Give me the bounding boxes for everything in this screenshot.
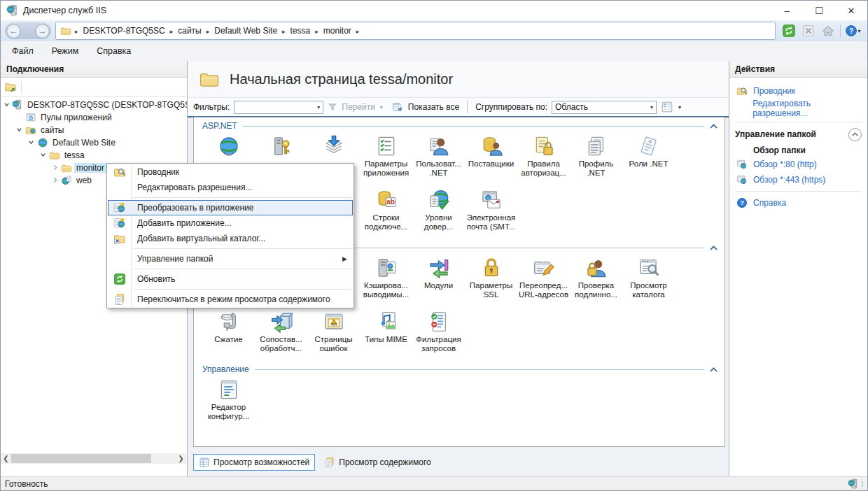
resize-grip[interactable] — [862, 482, 863, 486]
folder-icon — [60, 25, 71, 36]
menu-Файл[interactable]: Файл — [12, 46, 34, 56]
action-link[interactable]: Редактировать разрешения... — [735, 99, 862, 118]
feature-item[interactable]: Уровни довер... — [412, 189, 465, 232]
breadcrumb[interactable]: ▸DESKTOP-8TGQ5SC▸сайты▸Default Web Site▸… — [55, 22, 776, 40]
context-menu-item[interactable]: Добавить приложение... — [108, 215, 353, 231]
action-link[interactable]: ?Справка — [735, 195, 862, 211]
feature-item[interactable]: Проверка подлинно... — [570, 257, 622, 299]
feature-item[interactable]: Просмотр каталога — [622, 257, 675, 299]
feature-item-label: Типы MIME — [365, 335, 407, 344]
collapse-group-icon[interactable] — [848, 128, 862, 141]
feature-item[interactable]: Пользоват... .NET — [412, 135, 465, 178]
action-link[interactable]: Проводник — [735, 83, 862, 99]
connections-toolbar — [1, 78, 187, 97]
feature-item[interactable]: Фильтрация запросов — [412, 311, 465, 353]
browse-icon — [736, 174, 748, 185]
collapse-icon[interactable] — [39, 150, 47, 160]
section-title: Управление — [202, 364, 249, 374]
tab-content-view[interactable]: Просмотр содержимого — [319, 455, 435, 470]
tree-item[interactable]: DESKTOP-8TGQ5SC (DESKTOP-8TGQ5SC\v — [1, 99, 187, 111]
tree-item[interactable]: Default Web Site — [1, 136, 187, 149]
breadcrumb-item[interactable]: Default Web Site — [214, 26, 277, 36]
expand-icon[interactable] — [51, 176, 59, 185]
tree-horizontal-scrollbar[interactable]: ❮ ❯ — [1, 453, 186, 464]
breadcrumb-item[interactable]: сайты — [178, 26, 202, 36]
show-all-button[interactable]: Показать все — [408, 102, 459, 112]
collapse-section-icon[interactable] — [710, 124, 718, 129]
feature-item[interactable]: Сжатие — [202, 311, 255, 353]
context-menu-item[interactable]: Добавить виртуальный каталог... — [108, 231, 353, 246]
status-text: Готовность — [5, 479, 48, 489]
feature-item[interactable]: Редактор конфигур... — [202, 378, 255, 421]
help-button[interactable]: ?▾ — [845, 24, 860, 38]
minimize-button[interactable]: – — [771, 1, 803, 20]
feature-item[interactable]: 404Страницы ошибок — [307, 311, 360, 353]
iis-logo-icon — [6, 4, 19, 17]
go-button[interactable]: Перейти — [342, 102, 375, 112]
context-menu-item[interactable]: Управление папкой▶ — [108, 251, 353, 266]
close-button[interactable]: ✕ — [835, 1, 867, 20]
collapse-section-icon[interactable] — [710, 367, 718, 372]
feature-item[interactable]: Модули — [412, 257, 465, 299]
feature-item[interactable]: Сопостав... обработч... — [255, 311, 307, 353]
tree-item[interactable]: tessa — [1, 149, 187, 162]
svg-text:?: ? — [848, 27, 853, 35]
scrollbar-thumb[interactable] — [11, 454, 151, 463]
tree-item[interactable]: сайты — [1, 124, 187, 136]
features-view-icon — [199, 457, 210, 468]
action-link[interactable]: Обзор *:443 (https) — [735, 172, 862, 187]
feature-item[interactable]: Кэширова... выводимы... — [360, 257, 412, 299]
context-menu-item[interactable]: Преобразовать в приложение — [108, 200, 353, 215]
collapse-icon[interactable] — [27, 138, 35, 148]
tree-item[interactable]: Пулы приложений — [1, 111, 187, 124]
connections-header: Подключения — [1, 61, 187, 78]
feature-item[interactable]: Правила авторизац... — [517, 135, 570, 178]
breadcrumb-item[interactable]: tessa — [290, 26, 311, 36]
action-link-label: Проводник — [753, 86, 795, 96]
context-menu-item[interactable]: Обновить — [108, 271, 353, 287]
feature-item[interactable]: Параметры приложения — [360, 135, 412, 178]
breadcrumb-item[interactable]: monitor — [323, 26, 351, 36]
feature-item[interactable]: Поставщики — [465, 135, 517, 178]
feature-item[interactable]: Профиль .NET — [570, 135, 622, 178]
back-button[interactable]: ← — [6, 24, 21, 38]
view-tabs: Просмотр возможностейПросмотр содержимог… — [193, 454, 436, 471]
scroll-left-arrow-icon[interactable]: ❮ — [1, 455, 11, 462]
tab-features-view[interactable]: Просмотр возможностей — [193, 454, 315, 471]
expand-icon[interactable] — [51, 163, 59, 173]
refresh-icon[interactable] — [781, 24, 797, 38]
ssl-settings-icon — [480, 257, 503, 279]
feature-item-label: Уровни довер... — [412, 213, 465, 232]
actions-separator — [735, 122, 862, 122]
url-rewrite-icon — [533, 257, 555, 279]
create-connection-icon[interactable] — [4, 80, 17, 93]
feature-item-label: Правила авторизац... — [517, 159, 570, 178]
context-menu-item[interactable]: Проводник — [108, 164, 353, 180]
view-dropdown-icon[interactable]: ▾ — [678, 104, 681, 111]
feature-item[interactable]: abСтроки подключе... — [360, 189, 412, 232]
context-menu-item[interactable]: Переключиться в режим просмотра содержим… — [108, 292, 353, 307]
breadcrumb-separator-icon: ▸ — [315, 28, 318, 35]
forward-button[interactable]: → — [35, 24, 50, 38]
view-grid-icon[interactable] — [661, 101, 673, 113]
feature-item[interactable]: Роли .NET — [622, 135, 675, 178]
go-dropdown-icon[interactable]: ▾ — [380, 104, 383, 111]
feature-item[interactable]: Параметры SSL — [465, 257, 517, 299]
group-by-combobox[interactable]: Область▾ — [552, 101, 657, 114]
feature-item[interactable]: Переопред... URL-адресов — [517, 257, 570, 299]
context-menu-item[interactable]: Редактировать разрешения... — [108, 180, 353, 195]
collapse-section-icon[interactable] — [710, 246, 718, 250]
collapse-icon[interactable] — [4, 100, 10, 110]
breadcrumb-item[interactable]: DESKTOP-8TGQ5SC — [83, 26, 165, 36]
menu-Режим[interactable]: Режим — [52, 46, 79, 56]
home-icon[interactable] — [820, 24, 836, 38]
action-link[interactable]: Обзор *:80 (http) — [735, 157, 862, 172]
section-divider — [255, 369, 704, 370]
scroll-right-arrow-icon[interactable]: ❯ — [176, 455, 186, 462]
maximize-button[interactable]: ☐ — [803, 1, 835, 20]
menu-Справка[interactable]: Справка — [97, 46, 131, 56]
feature-item[interactable]: Типы MIME — [360, 311, 412, 353]
filter-combobox[interactable]: ▾ — [234, 101, 323, 114]
feature-item[interactable]: Электронная почта (SMT... — [465, 189, 517, 232]
collapse-icon[interactable] — [15, 125, 23, 135]
